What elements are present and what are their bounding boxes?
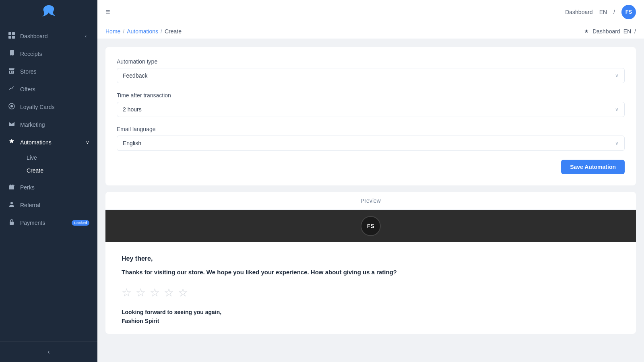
time-after-transaction-select[interactable]: 2 hours ∨ bbox=[117, 102, 625, 117]
sidebar-item-automations[interactable]: Automations ∨ bbox=[0, 134, 97, 151]
time-after-transaction-value: 2 hours bbox=[117, 102, 624, 117]
email-language-label: Email language bbox=[117, 126, 625, 132]
star-5: ☆ bbox=[178, 286, 188, 299]
svg-point-5 bbox=[10, 105, 13, 107]
breadcrumb-sep-2: / bbox=[161, 28, 162, 35]
topbar-lang-separator: / bbox=[613, 9, 615, 15]
automation-type-label: Automation type bbox=[117, 58, 625, 65]
sidebar-item-dashboard[interactable]: Dashboard ‹ bbox=[0, 27, 97, 45]
form-card: Automation type Feedback ∨ Time after tr… bbox=[105, 47, 636, 185]
sidebar: Dashboard ‹ Receipts Stores Offers bbox=[0, 0, 97, 362]
sidebar-item-automations-label: Automations bbox=[20, 139, 81, 146]
sidebar-item-stores[interactable]: Stores bbox=[0, 63, 97, 80]
stores-icon bbox=[8, 68, 15, 76]
sidebar-item-referral[interactable]: Referral bbox=[0, 196, 97, 214]
svg-rect-1 bbox=[12, 32, 15, 35]
time-after-transaction-label: Time after transaction bbox=[117, 92, 625, 99]
sidebar-item-perks[interactable]: Perks bbox=[0, 179, 97, 196]
automation-type-chevron-icon: ∨ bbox=[615, 73, 619, 78]
offers-icon bbox=[8, 85, 15, 93]
payments-lock-icon bbox=[8, 219, 15, 227]
sidebar-item-stores-label: Stores bbox=[20, 68, 89, 75]
dashboard-icon bbox=[8, 32, 15, 40]
breadcrumb-automations[interactable]: Automations bbox=[127, 28, 158, 35]
preview-greeting: Hey there, bbox=[122, 255, 620, 262]
breadcrumb-sep-1: / bbox=[123, 28, 124, 35]
automations-submenu: Live Create bbox=[0, 151, 97, 179]
automations-chevron-icon: ∨ bbox=[86, 140, 89, 145]
email-language-select[interactable]: English ∨ bbox=[117, 136, 625, 151]
preview-body: Hey there, Thanks for visiting our store… bbox=[105, 242, 636, 334]
sidebar-item-marketing-label: Marketing bbox=[20, 121, 89, 128]
topbar-right: Dashboard EN / FS bbox=[565, 5, 636, 19]
svg-rect-2 bbox=[8, 36, 11, 39]
svg-rect-9 bbox=[10, 222, 14, 225]
sidebar-bottom: ‹ bbox=[0, 341, 97, 362]
sidebar-sub-item-live[interactable]: Live bbox=[20, 151, 97, 164]
star-1: ☆ bbox=[122, 286, 132, 299]
automation-type-group: Automation type Feedback ∨ bbox=[117, 58, 625, 83]
preview-header: FS bbox=[105, 210, 636, 242]
time-after-transaction-group: Time after transaction 2 hours ∨ bbox=[117, 92, 625, 117]
topbar-dashboard-link[interactable]: Dashboard bbox=[565, 9, 593, 15]
preview-logo: FS bbox=[361, 216, 381, 236]
automation-type-select[interactable]: Feedback ∨ bbox=[117, 68, 625, 83]
topbar-right-dashboard: Dashboard bbox=[592, 28, 620, 35]
save-automation-button[interactable]: Save Automation bbox=[561, 160, 625, 174]
sidebar-sub-item-create[interactable]: Create bbox=[20, 164, 97, 177]
menu-toggle-button[interactable]: ≡ bbox=[105, 7, 110, 16]
breadcrumb-current: Create bbox=[165, 28, 182, 35]
form-actions: Save Automation bbox=[117, 160, 625, 174]
time-chevron-icon: ∨ bbox=[615, 107, 619, 112]
referral-icon bbox=[8, 201, 15, 209]
sidebar-item-receipts-label: Receipts bbox=[20, 51, 89, 57]
topbar-right-sep: / bbox=[634, 28, 636, 35]
topbar-lang: EN bbox=[599, 9, 607, 15]
chevron-left-icon: ‹ bbox=[82, 33, 89, 39]
sidebar-item-loyalty-cards-label: Loyalty Cards bbox=[20, 104, 89, 110]
sidebar-item-referral-label: Referral bbox=[20, 202, 89, 208]
sidebar-item-perks-label: Perks bbox=[20, 184, 89, 191]
star-4: ☆ bbox=[164, 286, 174, 299]
sidebar-item-loyalty-cards[interactable]: Loyalty Cards bbox=[0, 98, 97, 116]
main-content: ≡ Dashboard EN / FS Home / Automations /… bbox=[97, 0, 644, 362]
breadcrumb: Home / Automations / Create bbox=[105, 28, 182, 35]
sidebar-item-dashboard-label: Dashboard bbox=[20, 33, 77, 39]
svg-rect-6 bbox=[9, 185, 14, 186]
automations-icon bbox=[8, 138, 15, 146]
sidebar-navigation: Dashboard ‹ Receipts Stores Offers bbox=[0, 24, 97, 341]
preview-message: Thanks for visiting our store. We hope y… bbox=[122, 268, 620, 277]
breadcrumb-right: Dashboard EN / bbox=[584, 28, 636, 35]
content-area: Automation type Feedback ∨ Time after tr… bbox=[97, 39, 644, 362]
automation-type-value: Feedback bbox=[117, 68, 624, 83]
sidebar-item-receipts[interactable]: Receipts bbox=[0, 45, 97, 63]
preview-brand: Fashion Spirit bbox=[122, 318, 620, 324]
breadcrumb-bar: Home / Automations / Create Dashboard EN… bbox=[97, 24, 644, 39]
locked-badge: Locked bbox=[72, 220, 89, 226]
star-rating: ☆ ☆ ☆ ☆ ☆ bbox=[122, 286, 620, 299]
svg-rect-0 bbox=[8, 32, 11, 35]
svg-rect-7 bbox=[9, 186, 14, 189]
svg-rect-3 bbox=[12, 36, 15, 39]
email-language-value: English bbox=[117, 136, 624, 150]
preview-closing: Looking forward to seeing you again, bbox=[122, 309, 620, 315]
preview-label: Preview bbox=[105, 192, 636, 210]
star-3: ☆ bbox=[150, 286, 160, 299]
breadcrumb-home[interactable]: Home bbox=[105, 28, 120, 35]
email-language-group: Email language English ∨ bbox=[117, 126, 625, 151]
perks-icon bbox=[8, 183, 15, 191]
avatar[interactable]: FS bbox=[621, 5, 636, 19]
sidebar-item-payments[interactable]: Payments Locked bbox=[0, 214, 97, 232]
brand-icon bbox=[41, 4, 57, 21]
receipts-icon bbox=[8, 50, 15, 58]
preview-card: Preview FS Hey there, Thanks for visitin… bbox=[105, 192, 636, 334]
topbar-right-lang: EN bbox=[623, 28, 631, 35]
star-2: ☆ bbox=[136, 286, 146, 299]
topbar: ≡ Dashboard EN / FS bbox=[97, 0, 644, 24]
sidebar-item-offers-label: Offers bbox=[20, 86, 89, 93]
sidebar-item-marketing[interactable]: Marketing bbox=[0, 116, 97, 134]
sidebar-item-offers[interactable]: Offers bbox=[0, 80, 97, 98]
sidebar-collapse-button[interactable]: ‹ bbox=[8, 348, 89, 356]
sidebar-logo bbox=[0, 0, 97, 24]
email-language-chevron-icon: ∨ bbox=[615, 140, 619, 146]
